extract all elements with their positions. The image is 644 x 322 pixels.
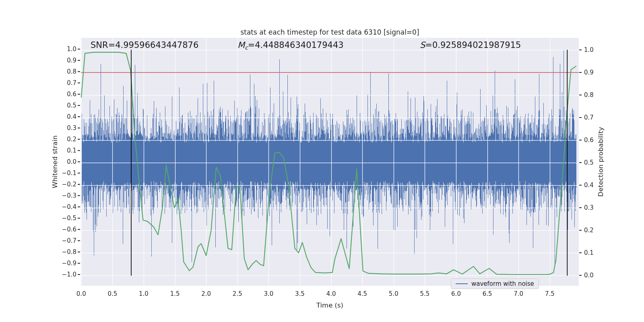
legend-line-sample (456, 283, 468, 284)
x-axis-label: Time (s) (81, 301, 579, 309)
y-left-tick-mark (78, 229, 80, 230)
y-right-tick-mark (579, 185, 582, 186)
y-left-tick-mark (78, 240, 80, 241)
y-right-tick-mark (579, 162, 582, 163)
annotation-s-stat: S=0.925894021987915 (420, 40, 521, 50)
y-left-tick-mark (78, 60, 80, 61)
figure: stats at each timestep for test data 631… (0, 0, 644, 322)
y-right-tick-label: 0.3 (584, 204, 608, 211)
x-tick-label: 0.0 (71, 290, 91, 297)
y-left-tick-mark (78, 71, 80, 72)
y-left-tick-label: −0.2 (48, 181, 76, 188)
y-left-tick-mark (78, 83, 80, 83)
y-right-tick-mark (579, 207, 582, 208)
x-tick-label: 3.0 (258, 290, 279, 297)
y-left-tick-mark (78, 195, 80, 196)
y-right-tick-mark (579, 50, 582, 50)
y-left-tick-label: 0.6 (48, 91, 76, 98)
y-right-tick-mark (579, 117, 582, 118)
y-right-tick-label: 0.4 (584, 182, 608, 189)
chirp-mass-subscript: c (245, 44, 248, 51)
x-tick-label: 6.0 (446, 290, 466, 297)
x-tick-label: 4.0 (321, 290, 341, 297)
y-left-tick-mark (78, 128, 80, 128)
y-left-tick-label: −0.9 (48, 260, 76, 267)
y-left-tick-label: 0.4 (48, 113, 76, 120)
y-left-tick-mark (78, 263, 80, 264)
annotation-snr: SNR=4.99596643447876 (91, 40, 198, 50)
y-right-tick-mark (579, 275, 582, 276)
x-tick-label: 5.5 (415, 290, 435, 297)
chirp-mass-value: =4.448846340179443 (248, 40, 344, 50)
y-right-tick-label: 0.2 (584, 227, 608, 234)
y-left-tick-label: 0.0 (48, 158, 76, 165)
x-tick-label: 2.5 (227, 290, 248, 297)
s-stat-symbol: S (420, 40, 425, 50)
y-right-tick-label: 0.1 (584, 249, 608, 256)
y-right-tick-label: 0.0 (584, 272, 608, 279)
y-left-tick-label: −0.4 (48, 203, 76, 211)
x-tick-label: 5.0 (384, 290, 404, 297)
y-left-tick-label: 1.0 (48, 45, 76, 53)
x-tick-label: 7.5 (540, 290, 560, 297)
x-tick-label: 3.5 (290, 290, 310, 297)
y-left-tick-label: −0.1 (48, 169, 76, 177)
y-right-tick-mark (579, 230, 582, 231)
y-right-tick-mark (579, 72, 582, 73)
y-left-tick-mark (78, 184, 80, 185)
y-left-tick-label: 0.1 (48, 147, 76, 154)
x-tick-label: 1.0 (134, 290, 154, 297)
y-left-tick-mark (78, 94, 80, 95)
y-left-tick-mark (78, 173, 80, 173)
y-left-tick-label: 0.7 (48, 79, 76, 87)
y-left-tick-label: 0.3 (48, 124, 76, 132)
y-left-tick-mark (78, 218, 80, 219)
s-stat-value: =0.925894021987915 (425, 40, 521, 50)
y-left-tick-mark (78, 139, 80, 140)
chart-title: stats at each timestep for test data 631… (81, 28, 579, 36)
y-left-tick-mark (78, 105, 80, 106)
x-tick-label: 6.5 (477, 290, 497, 297)
x-tick-label: 2.0 (196, 290, 216, 297)
y-right-tick-label: 0.6 (584, 136, 608, 144)
y-right-tick-label: 0.7 (584, 114, 608, 121)
y-right-tick-label: 0.5 (584, 159, 608, 166)
annotation-chirp-mass: Mc=4.448846340179443 (237, 40, 344, 51)
y-right-tick-mark (579, 252, 582, 253)
y-right-tick-label: 0.8 (584, 91, 608, 99)
y-right-tick-mark (579, 140, 582, 140)
legend: waveform with noise (451, 279, 539, 289)
y-left-tick-label: 0.9 (48, 57, 76, 64)
y-left-tick-label: −0.7 (48, 237, 76, 244)
y-left-tick-label: −0.3 (48, 192, 76, 199)
x-tick-label: 4.5 (352, 290, 372, 297)
y-left-tick-label: −0.8 (48, 248, 76, 256)
y-left-tick-mark (78, 116, 80, 117)
y-left-tick-mark (78, 161, 80, 162)
y-left-tick-label: −1.0 (48, 271, 76, 278)
y-right-tick-label: 0.9 (584, 69, 608, 76)
y-left-tick-mark (78, 206, 80, 207)
y-left-tick-label: 0.5 (48, 102, 76, 109)
y-left-tick-mark (78, 150, 80, 151)
y-right-tick-label: 1.0 (584, 46, 608, 54)
legend-label: waveform with noise (471, 280, 534, 287)
chirp-mass-symbol: M (237, 40, 245, 50)
y-right-tick-mark (579, 95, 582, 95)
y-left-tick-label: −0.6 (48, 226, 76, 233)
x-tick-label: 7.0 (508, 290, 528, 297)
y-left-tick-label: 0.2 (48, 136, 76, 143)
y-left-tick-mark (78, 49, 80, 50)
y-left-tick-label: 0.8 (48, 68, 76, 75)
y-left-tick-mark (78, 252, 80, 252)
x-tick-label: 1.5 (165, 290, 185, 297)
y-left-tick-mark (78, 274, 80, 275)
x-tick-label: 0.5 (102, 290, 122, 297)
y-left-tick-label: −0.5 (48, 215, 76, 222)
